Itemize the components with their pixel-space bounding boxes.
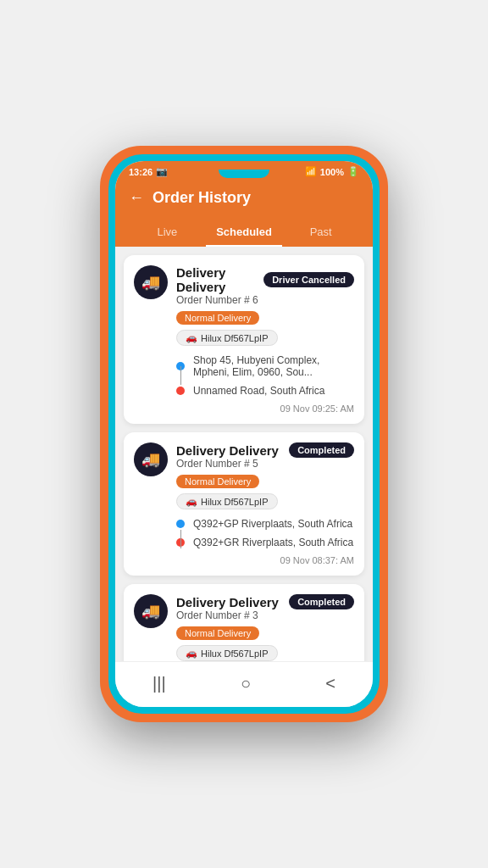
status-camera-icon: 📷 [156, 166, 168, 177]
status-badge-3: Completed [289, 594, 354, 609]
back-nav-icon[interactable]: < [312, 670, 349, 697]
dropoff-address-2: Q392+GR Riverplaats, South Africa [193, 537, 353, 548]
order-datetime-1: 09 Nov 09:25: AM [280, 403, 354, 414]
pickup-dot-2 [176, 520, 185, 528]
order-datetime-2: 09 Nov 08:37: AM [280, 555, 354, 565]
route-section-1: Shop 45, Hubyeni Complex, Mpheni, Elim, … [176, 354, 354, 397]
order-card-2[interactable]: 🚚 Delivery Delivery Completed Order Numb… [124, 432, 364, 576]
pickup-address-2: Q392+GP Riverplaats, South Africa [193, 518, 352, 530]
card-title-row-1: Delivery Delivery Driver Cancelled [176, 265, 354, 294]
home-nav-icon[interactable]: ○ [227, 670, 264, 697]
tab-scheduled[interactable]: Scheduled [206, 217, 283, 247]
card-title-row-3: Delivery Delivery Completed [176, 594, 354, 609]
dropoff-dot-1 [176, 387, 185, 395]
tag-delivery-1: Normal Delivery [176, 311, 259, 325]
tag-delivery-3: Normal Delivery [176, 626, 259, 640]
phone-screen: 13:26 📷 📶 100% 🔋 ← Order History [115, 161, 373, 707]
card-header-2: 🚚 Delivery Delivery Completed Order Numb… [134, 442, 354, 509]
route-line-1 [180, 366, 181, 385]
status-badge-1: Driver Cancelled [263, 272, 354, 287]
menu-nav-icon[interactable]: ||| [139, 670, 180, 697]
order-number-2: Order Number # 5 [176, 458, 354, 470]
order-card-3[interactable]: 🚚 Delivery Delivery Completed Order Numb… [124, 584, 364, 661]
bottom-nav: ||| ○ < [115, 661, 373, 707]
card-info-1: Delivery Delivery Driver Cancelled Order… [176, 265, 354, 346]
status-signal-icon: 📶 [305, 166, 317, 177]
status-time: 13:26 [129, 167, 152, 177]
tab-past[interactable]: Past [282, 217, 359, 247]
header: ← Order History Live Scheduled Past [115, 181, 373, 247]
tag-delivery-2: Normal Delivery [176, 475, 259, 488]
order-number-1: Order Number # 6 [176, 294, 354, 306]
tags-2: Normal Delivery 🚗 Hilux Df567LpIP [176, 475, 354, 509]
route-section-2: Q392+GP Riverplaats, South Africa Q392+G… [176, 518, 354, 548]
back-button[interactable]: ← [129, 189, 144, 207]
avatar-2: 🚚 [134, 442, 168, 476]
tag-vehicle-1: 🚗 Hilux Df567LpIP [176, 330, 278, 346]
tabs-container: Live Scheduled Past [129, 217, 359, 247]
page-title: Order History [152, 189, 251, 207]
status-left: 13:26 📷 [129, 166, 168, 177]
phone-inner: 13:26 📷 📶 100% 🔋 ← Order History [108, 154, 380, 714]
card-footer-2: 09 Nov 08:37: AM [134, 555, 354, 565]
dropoff-point-1: Unnamed Road, South Africa [176, 385, 354, 397]
tag-vehicle-2: 🚗 Hilux Df567LpIP [176, 493, 278, 509]
pickup-point-1: Shop 45, Hubyeni Complex, Mpheni, Elim, … [176, 354, 354, 378]
status-right: 📶 100% 🔋 [305, 166, 359, 177]
pickup-point-2: Q392+GP Riverplaats, South Africa [176, 518, 354, 530]
avatar-1: 🚚 [134, 265, 168, 299]
phone-outer: 13:26 📷 📶 100% 🔋 ← Order History [100, 146, 388, 722]
card-header-1: 🚚 Delivery Delivery Driver Cancelled Ord… [134, 265, 354, 346]
order-title-2: Delivery Delivery [176, 443, 279, 458]
tag-vehicle-3: 🚗 Hilux Df567LpIP [176, 645, 278, 661]
tab-live[interactable]: Live [129, 217, 206, 247]
card-info-2: Delivery Delivery Completed Order Number… [176, 442, 354, 509]
card-footer-1: 09 Nov 09:25: AM [134, 403, 354, 414]
order-card-1[interactable]: 🚚 Delivery Delivery Driver Cancelled Ord… [124, 255, 364, 424]
header-title-row: ← Order History [129, 189, 359, 207]
status-badge-2: Completed [289, 442, 354, 458]
tags-1: Normal Delivery 🚗 Hilux Df567LpIP [176, 311, 354, 346]
order-title-1: Delivery Delivery [176, 265, 258, 294]
status-battery-icon: 🔋 [347, 166, 359, 177]
orders-list: 🚚 Delivery Delivery Driver Cancelled Ord… [115, 247, 373, 661]
dropoff-point-2: Q392+GR Riverplaats, South Africa [176, 537, 354, 548]
order-number-3: Order Number # 3 [176, 609, 354, 621]
pickup-address-1: Shop 45, Hubyeni Complex, Mpheni, Elim, … [193, 354, 354, 378]
order-title-3: Delivery Delivery [176, 595, 279, 609]
notch [219, 170, 269, 178]
card-title-row-2: Delivery Delivery Completed [176, 442, 354, 458]
dropoff-address-1: Unnamed Road, South Africa [193, 385, 324, 397]
avatar-3: 🚚 [134, 594, 168, 628]
card-info-3: Delivery Delivery Completed Order Number… [176, 594, 354, 661]
tags-3: Normal Delivery 🚗 Hilux Df567LpIP [176, 626, 354, 661]
card-header-3: 🚚 Delivery Delivery Completed Order Numb… [134, 594, 354, 661]
route-line-2 [180, 530, 181, 548]
status-battery: 100% [320, 167, 344, 177]
